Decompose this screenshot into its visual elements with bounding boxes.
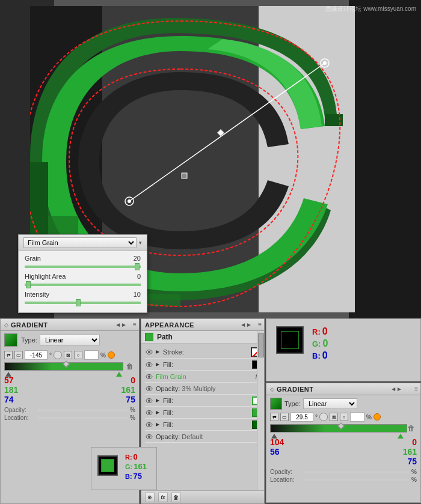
gradient-r-degree-sign: ° — [315, 414, 318, 421]
scb-g-value: 161 — [134, 462, 147, 471]
gradient-r-reverse-icon[interactable]: ⇄ — [270, 413, 278, 421]
app-eye-fill-black[interactable] — [145, 360, 153, 369]
eye-icon-fill-black — [146, 362, 153, 368]
gradient-type-select[interactable]: Linear — [40, 335, 100, 345]
app-film-grain-label[interactable]: Film Grain — [156, 373, 256, 380]
app-eye-fill-g[interactable] — [145, 408, 153, 417]
gradient-left-menu[interactable]: ≡ — [133, 321, 137, 328]
gradient-r-delete-icon[interactable]: 🗑 — [407, 424, 416, 433]
gradient-r-type-select[interactable]: Linear — [303, 398, 357, 409]
gradient-stop-right[interactable] — [116, 372, 122, 377]
opacity-label: Opacity: — [4, 407, 35, 413]
gradient-left-rgb: 57 181 74 — [4, 375, 18, 404]
highlight-thumb[interactable] — [26, 281, 31, 288]
intensity-thumb[interactable] — [76, 299, 81, 306]
gradient-r-bar-container[interactable]: 🗑 — [270, 424, 417, 435]
appearance-scroll-thumb[interactable] — [258, 333, 264, 357]
grain-slider[interactable] — [25, 266, 141, 268]
app-eye-opacity[interactable] — [145, 384, 153, 393]
rgb-r-row: R: 0 — [312, 326, 328, 337]
gradient-stop-left[interactable] — [5, 372, 11, 377]
gradient-right-body: Type: Linear ⇄ ▭ ° ⊠ ○ % — [266, 395, 420, 487]
gradient-left-rgb-right: 0 161 75 — [121, 375, 135, 404]
app-eye-fill-go[interactable] — [145, 396, 153, 405]
gradient-reverse-icon[interactable]: ⇄ — [4, 351, 13, 359]
app-eye-opacity-default[interactable] — [145, 433, 153, 441]
app-arrow-fill-go: ▶ — [156, 398, 162, 404]
scb-r-label: R: 0 — [125, 452, 147, 461]
app-arrow-stroke: ▶ — [156, 349, 162, 355]
gradient-angle-input[interactable] — [25, 350, 48, 360]
gradient-circle-icon[interactable] — [54, 351, 62, 359]
gradient-stroke-icon[interactable]: ▭ — [14, 351, 23, 359]
gradient-right-collapse[interactable]: ◄► — [390, 386, 402, 392]
gradient-r-percent-input[interactable] — [350, 412, 364, 422]
gradient-r-stop-right[interactable] — [398, 434, 404, 439]
canvas-dark-right — [349, 0, 421, 318]
gradient-bar-container[interactable]: 🗑 — [4, 362, 135, 373]
gradient-r-bar-diamond[interactable] — [337, 422, 344, 429]
opacity-default-key: Opacity: — [156, 433, 182, 440]
gradient-r-stroke-icon[interactable]: ▭ — [280, 413, 289, 421]
gradient-r-location-slider[interactable] — [304, 479, 409, 481]
app-arrow-fill-dg: ▶ — [156, 422, 162, 428]
svg-point-17 — [148, 387, 150, 390]
grain-fill — [25, 266, 135, 268]
app-tb-del-btn[interactable]: 🗑 — [171, 493, 181, 502]
location-pct: % — [130, 414, 135, 421]
location-slider[interactable] — [38, 417, 128, 419]
gradient-r-circle-icon[interactable] — [319, 413, 328, 421]
app-eye-film-grain[interactable] — [145, 372, 153, 381]
rgb-r-value: 0 — [322, 326, 328, 337]
gradient-r-location-row: Location: % — [270, 476, 417, 483]
gradient-r-opacity-slider[interactable] — [304, 471, 409, 473]
grain-thumb[interactable] — [135, 263, 140, 270]
app-path-swatch — [145, 333, 153, 341]
gradient-left-diamond: ◇ — [4, 322, 8, 328]
opacity-slider[interactable] — [38, 409, 128, 411]
scb-b-value: 75 — [134, 472, 142, 481]
gradient-r-stop-left[interactable] — [271, 434, 277, 439]
gradient-r-opacity-pct: % — [411, 469, 417, 475]
gradient-delete-icon[interactable]: 🗑 — [126, 362, 134, 371]
gradient-r-angle-input[interactable] — [290, 412, 313, 422]
film-grain-panel: Film Grain ▾ Grain 20 Highlight Area 0 — [18, 234, 147, 313]
film-grain-header: Film Grain ▾ — [19, 235, 147, 251]
gradient-right-diamond: ◇ — [270, 386, 274, 392]
gradient-r-color-row: 104 56 0 161 75 — [270, 437, 417, 466]
eye-icon-stroke — [146, 349, 153, 355]
film-grain-dropdown[interactable]: Film Grain — [23, 237, 137, 248]
gradient-r-location-label: Location: — [270, 476, 301, 483]
app-tb-fx-btn[interactable]: fx — [158, 493, 168, 502]
svg-point-5 — [128, 199, 131, 203]
app-path-row: Path — [141, 331, 264, 344]
gradient-resize-icon[interactable]: ⊠ — [64, 351, 72, 359]
app-opacity-default-row: Opacity: Default — [145, 431, 260, 443]
appearance-menu[interactable]: ≡ — [258, 321, 262, 328]
gradient-r-resize-icon[interactable]: ⊠ — [330, 413, 338, 421]
app-eye-fill-dg[interactable] — [145, 421, 153, 429]
svg-point-8 — [323, 61, 327, 65]
app-eye-stroke[interactable] — [145, 348, 153, 356]
appearance-panel: APPEARANCE ◄► ≡ Path ▶ Stroke: — [141, 318, 265, 504]
gradient-r-link-icon[interactable]: ○ — [340, 413, 348, 421]
watermark: 思缘设计论坛 www.missyuan.com — [325, 5, 416, 13]
gradient-r-g-val: 56 — [270, 447, 284, 457]
rgb-g-value: 0 — [322, 338, 328, 349]
gradient-right-menu[interactable]: ≡ — [414, 386, 418, 392]
app-fill-g-label: Fill: — [163, 409, 250, 416]
grain-row: Grain 20 — [25, 255, 141, 262]
eye-icon-fill-go — [146, 398, 153, 404]
gradient-link-icon[interactable]: ○ — [74, 351, 82, 359]
intensity-slider[interactable] — [25, 302, 141, 304]
gradient-bar-diamond[interactable] — [63, 360, 69, 367]
gradient-percent-input[interactable] — [84, 350, 99, 360]
grain-label: Grain — [25, 255, 79, 262]
gradient-r-swatch — [270, 398, 282, 410]
gradient-left-g: 181 — [4, 385, 18, 395]
app-tb-layer-btn[interactable]: ⊕ — [145, 493, 155, 502]
highlight-slider[interactable] — [25, 284, 141, 286]
appearance-scrollbar[interactable] — [257, 331, 264, 490]
svg-point-21 — [148, 411, 150, 414]
gradient-panel-left: ◇ GRADIENT ◄► ≡ Type: Linear ⇄ ▭ ° ⊠ — [0, 318, 140, 504]
